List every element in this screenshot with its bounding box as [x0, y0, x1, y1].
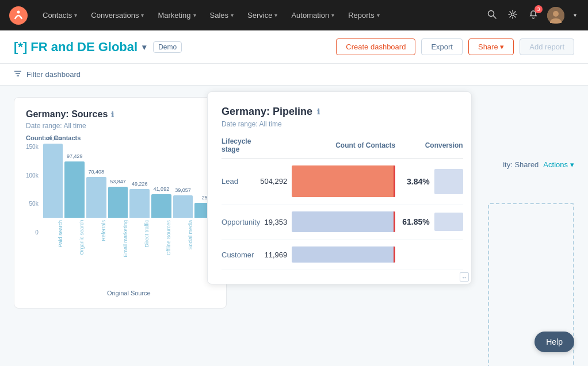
pipeline-table: Lifecycle stage Count of Contacts Conver… [222, 137, 463, 270]
bar-group: 39,057 [173, 195, 193, 218]
content-area: Filter dashboard ity: Shared Actions ▾ G… [0, 64, 588, 366]
search-button[interactable] [485, 7, 499, 24]
help-button[interactable]: Help [534, 332, 574, 352]
bar-value: 49,226 [132, 181, 148, 187]
pipeline-conversion [395, 240, 463, 270]
nav-right-actions: 3 ▾ [485, 7, 579, 24]
x-axis-label: Organic search [64, 220, 85, 262]
header-actions: Create dashboard Export Share ▾ Add repo… [336, 38, 574, 55]
nav-sales[interactable]: Sales ▾ [204, 7, 240, 23]
chart-bar[interactable]: 129,304 [43, 144, 63, 218]
svg-point-1 [17, 10, 20, 13]
nav-service[interactable]: Service ▾ [242, 7, 283, 23]
chevron-down-icon: ▾ [74, 12, 77, 18]
x-axis-label: Email marketing [108, 220, 128, 262]
bar-value: 53,847 [110, 179, 126, 184]
bar-group: 97,429 [64, 161, 85, 218]
pipeline-date-range: Date range: All time [222, 120, 457, 128]
chart-bar[interactable]: 49,226 [129, 189, 150, 218]
bar-value: 39,057 [175, 187, 191, 193]
col-conversion: Conversion [395, 137, 463, 159]
nav-marketing[interactable]: Marketing ▾ [152, 7, 201, 23]
col-count: Count of Contacts [260, 137, 395, 159]
nav-bar: Contacts ▾ Conversations ▾ Marketing ▾ S… [0, 0, 588, 30]
nav-conversations[interactable]: Conversations ▾ [85, 7, 150, 23]
bar-group: 70,408 [86, 177, 106, 218]
bar-group: 41,092 [151, 194, 171, 218]
filter-bar[interactable]: Filter dashboard [0, 64, 588, 86]
filter-dashboard-label[interactable]: Filter dashboard [26, 70, 81, 79]
sources-chart-card: Germany: Sources ℹ Date range: All time … [14, 97, 227, 309]
pipeline-stage: Lead [222, 159, 260, 205]
col-lifecycle: Lifecycle stage [222, 137, 260, 159]
demo-badge: Demo [153, 41, 182, 53]
share-button[interactable]: Share ▾ [468, 38, 514, 55]
share-chevron-icon: ▾ [500, 43, 504, 51]
chevron-down-icon: ▾ [141, 12, 144, 18]
y-axis: 150k 100k 50k 0 [26, 144, 41, 236]
pipeline-info-icon[interactable]: ℹ [317, 107, 320, 116]
pipeline-row: Opportunity 19,353 61.85% [222, 205, 463, 240]
filter-icon [14, 70, 22, 79]
bar-value: 97,429 [67, 153, 83, 159]
x-axis: Paid searchOrganic searchReferralsEmail … [43, 220, 215, 262]
chevron-down-icon: ▾ [331, 12, 334, 18]
chevron-down-icon: ▾ [193, 12, 196, 18]
dashboard-grid: Germany: Sources ℹ Date range: All time … [0, 86, 588, 320]
pipeline-row: Customer 11,969 [222, 240, 463, 270]
chart-bar[interactable]: 41,092 [151, 194, 171, 218]
chart-bar[interactable]: 39,057 [173, 195, 193, 218]
pipeline-row: Lead 504,292 3.84% [222, 159, 463, 205]
chevron-down-icon: ▾ [274, 12, 277, 18]
dropdown-chevron-icon[interactable]: ▾ [142, 43, 146, 52]
x-axis-label: Offline Sources [151, 220, 171, 262]
pipeline-count: 11,969 [260, 240, 395, 270]
nav-automation[interactable]: Automation ▾ [285, 7, 340, 23]
bar-value: 70,408 [89, 169, 105, 175]
pipeline-card-title: Germany: Pipeline ℹ [222, 106, 457, 118]
bar-group: 129,304 [43, 144, 63, 218]
dashboard-title[interactable]: [*] FR and DE Global ▾ [14, 40, 146, 55]
pipeline-stage: Opportunity [222, 205, 260, 240]
chart-bar[interactable]: 70,408 [86, 177, 106, 218]
x-axis-label: Direct traffic [129, 220, 150, 262]
pipeline-card: Germany: Pipeline ℹ Date range: All time… [207, 91, 472, 284]
sources-card-title: Germany: Sources ℹ [26, 109, 215, 120]
bar-group: 49,226 [129, 189, 150, 218]
hubspot-logo[interactable] [9, 6, 28, 25]
avatar[interactable] [547, 7, 564, 24]
scrollbar-hint: ↔ [460, 272, 469, 282]
settings-button[interactable] [506, 7, 520, 24]
pipeline-count: 19,353 [260, 205, 395, 240]
export-button[interactable]: Export [421, 38, 463, 55]
x-axis-label: Referrals [86, 220, 106, 262]
notifications-button[interactable]: 3 [526, 7, 540, 24]
chart-bar[interactable]: 97,429 [64, 161, 85, 218]
svg-point-4 [511, 13, 514, 16]
pipeline-stage: Customer [222, 240, 260, 270]
nav-reports[interactable]: Reports ▾ [342, 7, 385, 23]
x-axis-title: Original Source [43, 290, 215, 296]
add-report-button: Add report [520, 38, 574, 55]
nav-contacts[interactable]: Contacts ▾ [37, 7, 83, 23]
chevron-down-icon: ▾ [377, 12, 380, 18]
bars-container: 129,30497,42970,40853,84749,22641,09239,… [43, 144, 215, 218]
sources-info-icon[interactable]: ℹ [111, 110, 114, 119]
sub-header: [*] FR and DE Global ▾ Demo Create dashb… [0, 30, 588, 64]
pipeline-count: 504,292 [260, 159, 395, 205]
pipeline-conversion: 61.85% [395, 205, 463, 240]
chart-bar[interactable]: 53,847 [108, 187, 128, 218]
notification-badge: 3 [534, 5, 543, 13]
x-axis-label: Social media [173, 220, 193, 262]
svg-point-6 [553, 11, 559, 17]
user-menu-chevron[interactable]: ▾ [571, 10, 579, 21]
chevron-down-icon: ▾ [231, 12, 234, 18]
bar-group: 53,847 [108, 187, 128, 218]
chart-wrapper: 150k 100k 50k 0 129,30497,42970,40853,84… [26, 144, 215, 296]
sources-date-range: Date range: All time [26, 122, 215, 130]
create-dashboard-button[interactable]: Create dashboard [336, 38, 415, 55]
svg-line-3 [494, 16, 497, 18]
bar-value: 129,304 [44, 136, 63, 141]
bar-value: 41,092 [154, 186, 170, 192]
pipeline-conversion: 3.84% [395, 159, 463, 205]
